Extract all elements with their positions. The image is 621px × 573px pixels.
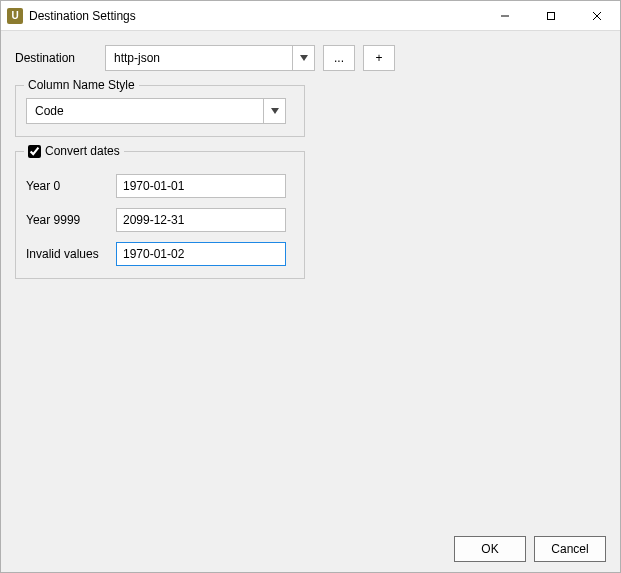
convert-dates-checkbox[interactable] — [28, 145, 41, 158]
chevron-down-icon — [263, 99, 285, 123]
invalid-values-label: Invalid values — [26, 247, 116, 261]
browse-button[interactable]: ... — [323, 45, 355, 71]
svg-marker-5 — [271, 108, 279, 114]
svg-rect-1 — [548, 12, 555, 19]
app-icon: U — [7, 8, 23, 24]
footer: OK Cancel — [15, 526, 606, 562]
invalid-values-input[interactable] — [116, 242, 286, 266]
column-name-style-legend: Column Name Style — [24, 78, 139, 92]
destination-combo[interactable]: http-json — [105, 45, 315, 71]
close-button[interactable] — [574, 1, 620, 30]
ok-button[interactable]: OK — [454, 536, 526, 562]
add-button[interactable]: + — [363, 45, 395, 71]
convert-dates-group: Convert dates Year 0 Year 9999 Invalid v… — [15, 151, 305, 279]
titlebar: U Destination Settings — [1, 1, 620, 31]
destination-label: Destination — [15, 51, 105, 65]
window-title: Destination Settings — [29, 9, 136, 23]
destination-selected: http-json — [114, 51, 160, 65]
svg-marker-4 — [300, 55, 308, 61]
destination-row: Destination http-json ... + — [15, 45, 606, 71]
convert-dates-legend: Convert dates — [24, 144, 124, 158]
window-controls — [482, 1, 620, 30]
maximize-button[interactable] — [528, 1, 574, 30]
year0-label: Year 0 — [26, 179, 116, 193]
year9999-input[interactable] — [116, 208, 286, 232]
window: U Destination Settings Destination http-… — [0, 0, 621, 573]
minimize-button[interactable] — [482, 1, 528, 30]
content: Destination http-json ... + Column Name … — [1, 31, 620, 572]
column-style-selected: Code — [35, 104, 64, 118]
column-style-combo[interactable]: Code — [26, 98, 286, 124]
cancel-button[interactable]: Cancel — [534, 536, 606, 562]
year0-input[interactable] — [116, 174, 286, 198]
column-name-style-group: Column Name Style Code — [15, 85, 305, 137]
chevron-down-icon — [292, 46, 314, 70]
year9999-label: Year 9999 — [26, 213, 116, 227]
